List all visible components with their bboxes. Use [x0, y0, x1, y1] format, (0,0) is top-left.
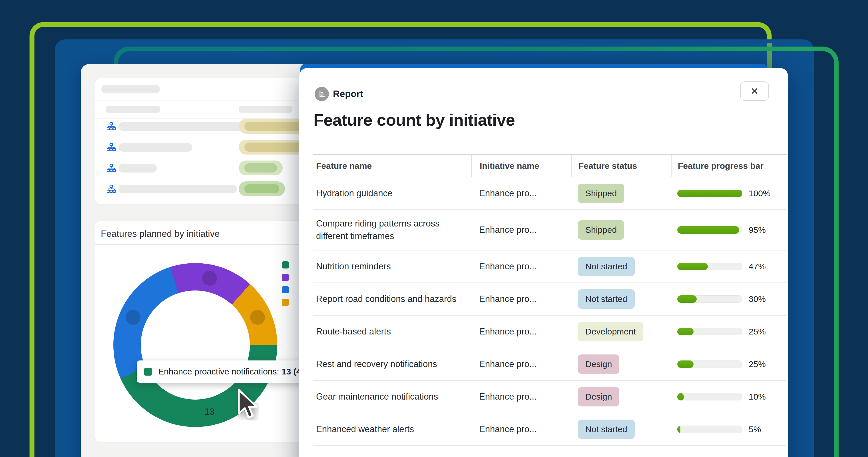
- progress-track: [677, 328, 742, 335]
- table-row[interactable]: Enhanced weather alertsEnhance pro...Not…: [313, 413, 786, 446]
- modal-kind-label: Report: [333, 89, 363, 99]
- report-modal: Report ✕ Feature count by initiative Fea…: [299, 68, 788, 457]
- progress-track: [677, 393, 742, 400]
- cell-feature-status: Design: [571, 355, 671, 374]
- segment-count-dot: [126, 310, 141, 325]
- cell-feature-name: Enhanced weather alerts: [313, 416, 471, 443]
- status-badge: Shipped: [578, 220, 624, 240]
- cell-feature-status: Not started: [571, 420, 671, 439]
- chart-tooltip: Enhance proactive notifications: 13 (4: [137, 361, 324, 383]
- chart-card-title: Features planned by initiative: [101, 228, 220, 239]
- progress-percent: 25%: [749, 325, 766, 338]
- column-header-feature-status[interactable]: Feature status: [571, 155, 671, 177]
- skeleton-title-pill: [101, 85, 160, 93]
- cell-feature-name: Nutrition reminders: [313, 253, 471, 280]
- legend-swatch: [282, 299, 289, 306]
- legend-swatch: [282, 261, 289, 269]
- segment-count-dot: [202, 271, 217, 286]
- status-badge: Design: [578, 387, 619, 406]
- cell-initiative-name: Enhance pro...: [471, 224, 571, 236]
- skeleton-status-bar: [239, 160, 283, 175]
- skeleton-table-card: [95, 78, 312, 205]
- skeleton-colhead-pill: [239, 106, 292, 113]
- skeleton-text-pill: [119, 164, 157, 173]
- sitemap-icon: [107, 164, 116, 173]
- report-avatar: [315, 87, 329, 101]
- cell-initiative-name: Enhance pro...: [471, 358, 571, 370]
- cell-feature-progress: 25%: [671, 325, 786, 338]
- table-row[interactable]: Gear maintenance notificationsEnhance pr…: [313, 381, 786, 413]
- cell-feature-progress: 95%: [671, 224, 786, 236]
- sitemap-icon: [107, 122, 116, 131]
- status-badge: Shipped: [578, 184, 624, 203]
- cell-feature-progress: 5%: [671, 423, 786, 435]
- progress-track: [677, 426, 742, 433]
- cell-initiative-name: Enhance pro...: [471, 391, 571, 403]
- cell-feature-progress: 100%: [671, 187, 786, 200]
- status-badge: Design: [578, 355, 619, 374]
- skeleton-row: [95, 179, 311, 200]
- cell-initiative-name: Enhance pro...: [471, 260, 571, 273]
- cell-feature-status: Not started: [571, 257, 671, 276]
- cell-feature-progress: 47%: [671, 260, 786, 273]
- cell-initiative-name: Enhance pro...: [471, 423, 571, 435]
- status-badge: Not started: [578, 290, 635, 309]
- progress-fill: [677, 361, 693, 368]
- progress-fill: [677, 393, 684, 400]
- progress-percent: 95%: [749, 224, 766, 236]
- sitemap-icon: [107, 184, 116, 193]
- progress-percent: 5%: [749, 423, 761, 435]
- column-header-feature-progress-bar[interactable]: Feature progress bar: [671, 155, 786, 177]
- segment-value-label: 13: [205, 407, 214, 417]
- cell-feature-name: Report road conditions and hazards: [313, 285, 471, 313]
- mouse-cursor-icon: [237, 389, 259, 421]
- cell-feature-name: Gear maintenance notifications: [313, 383, 471, 410]
- table-body: Hydration guidanceEnhance pro...Shipped1…: [313, 177, 786, 446]
- progress-fill: [677, 190, 742, 197]
- cell-feature-name: Route-based alerts: [313, 318, 471, 345]
- report-table: Feature name Initiative name Feature sta…: [313, 154, 786, 446]
- close-button[interactable]: ✕: [740, 82, 769, 101]
- tooltip-series-marker: [144, 368, 152, 375]
- divider: [95, 100, 311, 101]
- progress-track: [677, 263, 742, 270]
- cell-feature-status: Not started: [571, 290, 671, 309]
- progress-fill: [677, 328, 693, 335]
- tooltip-value: 13 (4: [282, 367, 301, 376]
- table-row[interactable]: Nutrition remindersEnhance pro...Not sta…: [313, 250, 786, 283]
- column-header-initiative-name[interactable]: Initiative name: [471, 155, 571, 177]
- progress-track: [677, 226, 742, 234]
- cell-feature-progress: 25%: [671, 358, 786, 370]
- report-chart-icon: [317, 90, 326, 98]
- progress-fill: [677, 226, 739, 234]
- cell-initiative-name: Enhance pro...: [471, 325, 571, 338]
- skeleton-row: [95, 137, 311, 158]
- cell-feature-status: Development: [571, 322, 671, 341]
- cell-initiative-name: Enhance pro...: [471, 293, 571, 305]
- tooltip-label: Enhance proactive notifications:: [158, 367, 282, 376]
- skeleton-text-pill: [119, 185, 237, 193]
- skeleton-colhead-pill: [106, 106, 160, 113]
- skeleton-status-bar: [239, 181, 285, 196]
- skeleton-text-pill: [119, 143, 192, 152]
- table-row[interactable]: Report road conditions and hazardsEnhanc…: [313, 283, 786, 315]
- table-row[interactable]: Route-based alertsEnhance pro...Developm…: [313, 315, 786, 348]
- progress-percent: 47%: [749, 260, 766, 273]
- progress-percent: 30%: [749, 293, 766, 305]
- column-header-feature-name[interactable]: Feature name: [313, 155, 471, 177]
- legend-swatch: [282, 286, 289, 293]
- cell-feature-progress: 10%: [671, 391, 786, 403]
- cell-feature-name: Compare riding patterns across different…: [313, 210, 471, 250]
- progress-track: [677, 361, 742, 368]
- status-badge: Not started: [578, 257, 635, 276]
- cell-feature-name: Hydration guidance: [313, 180, 471, 207]
- report-title: Feature count by initiative: [313, 110, 515, 129]
- progress-track: [677, 190, 742, 197]
- cell-initiative-name: Enhance pro...: [471, 187, 571, 200]
- marketing-composition: Features planned by initiative 13 Enhanc…: [0, 0, 868, 457]
- table-row[interactable]: Compare riding patterns across different…: [313, 210, 786, 250]
- table-row[interactable]: Hydration guidanceEnhance pro...Shipped1…: [313, 177, 786, 210]
- table-row[interactable]: Rest and recovery notificationsEnhance p…: [313, 348, 786, 381]
- cell-feature-name: Rest and recovery notifications: [313, 351, 471, 378]
- sitemap-icon: [107, 143, 116, 152]
